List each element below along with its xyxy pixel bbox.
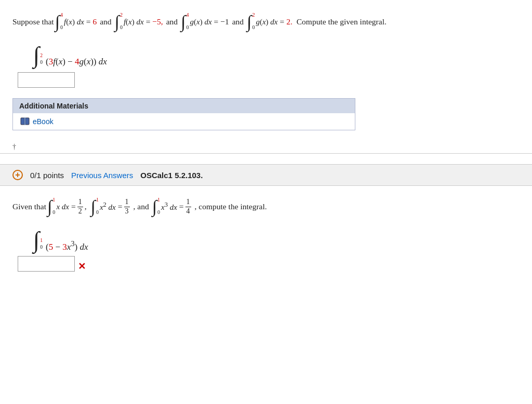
integral-2: ∫ 2 0 f(x) dx = −5,	[115, 9, 163, 34]
display-int-limits-1: 2 0	[40, 52, 43, 65]
int-lower-1: 0	[60, 22, 63, 33]
svg-rect-1	[25, 118, 29, 125]
book-icon	[20, 117, 30, 126]
display-integral-2: ∫ 1 0 (5 − 3x3) dx	[33, 228, 520, 252]
display-integral-sign-1: ∫	[33, 44, 39, 67]
problem-1-intro: Suppose that	[12, 13, 54, 31]
given-int-sign-3: ∫	[152, 198, 157, 216]
and-2: and	[166, 13, 178, 31]
given-integral-1: ∫ 1 0 x dx =	[47, 194, 76, 219]
given-int-lower-3: 0	[157, 207, 160, 218]
given-int-sign-1: ∫	[47, 198, 52, 216]
frac-1-den: 2	[77, 207, 83, 216]
display-int-lower-1: 0	[40, 59, 43, 65]
int-expr-4: g(x) dx	[256, 14, 277, 31]
additional-materials-header: Additional Materials	[13, 99, 355, 113]
int-lower-4: 0	[252, 22, 255, 33]
frac-1: 1 2	[77, 198, 83, 216]
int-expr-2: f(x) dx	[124, 14, 144, 31]
integral-sign-4: ∫	[247, 13, 251, 31]
given-int-limits-1: 1 0	[52, 194, 55, 218]
frac-2-den: 3	[124, 207, 130, 216]
integral-1: ∫ 4 0 f(x) dx = 6	[55, 9, 97, 34]
given-int-upper-1: 1	[52, 194, 55, 206]
int-limits-1: 4 0	[60, 9, 63, 33]
plus-circle-icon: +	[12, 170, 23, 180]
frac-3: 1 4	[185, 198, 191, 216]
answer-input-1[interactable]	[18, 72, 75, 88]
comma-1: ,	[85, 198, 87, 216]
given-int-upper-3: 1	[157, 194, 160, 206]
given-int-expr-3: x3 dx	[161, 198, 177, 216]
int-equals-3: = −1	[214, 13, 229, 31]
and-label: , and	[134, 198, 149, 216]
int-equals-1: = 6	[86, 13, 97, 31]
display-integral-sign-2: ∫	[33, 228, 39, 252]
int-upper-2: 2	[120, 9, 123, 21]
given-int-eq-3: =	[179, 198, 184, 216]
given-int-limits-3: 1 0	[157, 194, 160, 218]
given-int-sign-2: ∫	[91, 198, 96, 216]
integral-sign-2: ∫	[115, 13, 119, 31]
frac-2: 1 3	[124, 198, 130, 216]
display-int-expr-2: (5 − 3x3) dx	[46, 239, 88, 252]
given-int-expr-2: x2 dx	[100, 198, 116, 216]
int-expr-1: f(x) dx	[64, 14, 84, 31]
given-integral-3: ∫ 1 0 x3 dx =	[152, 194, 184, 219]
problem-1-section: Suppose that ∫ 4 0 f(x) dx = 6 and ∫ 2 0…	[0, 0, 532, 141]
int-limits-3: 4 0	[186, 9, 189, 33]
points-label: 0/1 points	[30, 171, 64, 180]
int-limits-2: 2 0	[120, 9, 123, 33]
int-lower-3: 0	[186, 22, 189, 33]
display-int-upper-2: 1	[40, 237, 43, 243]
additional-materials-content: eBook	[13, 113, 355, 130]
and-1: and	[100, 13, 111, 31]
int-lower-2: 0	[120, 22, 123, 33]
given-integral-2: ∫ 1 0 x2 dx =	[91, 194, 123, 219]
answer-row-2: ✕	[12, 256, 520, 277]
additional-materials: Additional Materials eBook	[12, 98, 520, 130]
ebook-link[interactable]: eBook	[33, 117, 54, 126]
display-integral-1: ∫ 2 0 (3f(x) − 4g(x)) dx	[33, 44, 520, 67]
and-3: and	[232, 13, 244, 31]
problem-id: OSCalc1 5.2.103.	[140, 171, 203, 180]
given-int-lower-2: 0	[96, 207, 99, 218]
frac-3-num: 1	[185, 198, 191, 207]
frac-1-num: 1	[77, 198, 83, 207]
display-int-expr-1: (3f(x) − 4g(x)) dx	[46, 57, 107, 67]
int-equals-2: = −5,	[146, 13, 163, 31]
integral-4: ∫ 2 0 g(x) dx = 2.	[247, 9, 292, 34]
frac-2-num: 1	[124, 198, 130, 207]
display-int-limits-2: 1 0	[40, 237, 43, 250]
compute-label: Compute the given integral.	[297, 13, 387, 31]
int-upper-4: 2	[252, 9, 255, 21]
integral-sign-3: ∫	[181, 13, 185, 31]
int-limits-4: 2 0	[252, 9, 255, 33]
integral-3: ∫ 4 0 g(x) dx = −1	[181, 9, 229, 34]
int-upper-3: 4	[186, 9, 189, 21]
problem-2-section: Given that ∫ 1 0 x dx = 1 2 , ∫ 1 0 x2 d…	[0, 186, 532, 287]
points-bar: + 0/1 points Previous Answers OSCalc1 5.…	[0, 164, 532, 186]
additional-materials-box: Additional Materials eBook	[12, 98, 355, 130]
int-equals-4: = 2.	[280, 13, 292, 31]
compute-label-2: , compute the integral.	[195, 198, 267, 216]
prev-answers-link[interactable]: Previous Answers	[71, 171, 133, 180]
svg-rect-2	[24, 117, 25, 125]
given-int-lower-1: 0	[52, 207, 55, 218]
problem-2-intro: Given that	[12, 198, 46, 216]
display-int-upper-1: 2	[40, 52, 43, 58]
given-int-eq-1: =	[71, 198, 76, 216]
dagger-symbol: †	[0, 141, 532, 153]
given-int-expr-1: x dx	[56, 198, 69, 216]
svg-rect-0	[21, 118, 24, 125]
error-mark: ✕	[78, 261, 86, 272]
integral-sign-1: ∫	[55, 13, 60, 31]
answer-input-2[interactable]	[18, 256, 75, 272]
problem-1-statement: Suppose that ∫ 4 0 f(x) dx = 6 and ∫ 2 0…	[12, 9, 520, 34]
given-int-limits-2: 1 0	[96, 194, 99, 218]
problem-2-statement: Given that ∫ 1 0 x dx = 1 2 , ∫ 1 0 x2 d…	[12, 194, 520, 219]
section-separator	[0, 153, 532, 154]
given-int-eq-2: =	[118, 198, 123, 216]
int-expr-3: g(x) dx	[190, 14, 211, 31]
int-upper-1: 4	[60, 9, 63, 21]
